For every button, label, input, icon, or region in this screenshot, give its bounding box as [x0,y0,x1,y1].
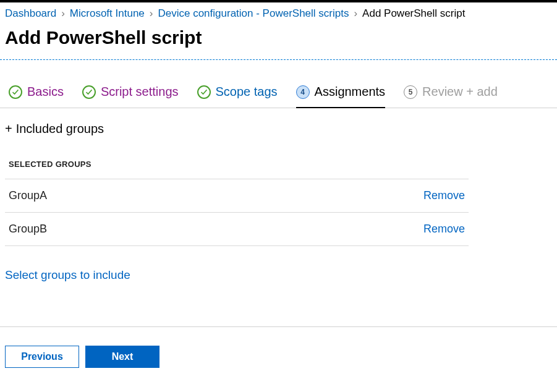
footer-actions: Previous Next [0,327,557,381]
group-name: GroupA [9,189,47,202]
table-row: GroupA Remove [5,179,469,213]
step-number-icon: 4 [296,85,310,99]
included-groups-toggle[interactable]: + Included groups [5,122,552,136]
tab-label: Review + add [422,85,498,99]
tab-script-settings[interactable]: Script settings [82,85,179,108]
tab-scope-tags[interactable]: Scope tags [197,85,278,108]
table-row: GroupB Remove [5,213,469,246]
check-icon [197,85,211,99]
group-name: GroupB [9,223,47,236]
breadcrumb-device-config[interactable]: Device configuration - PowerShell script… [158,7,349,20]
breadcrumb: Dashboard › Microsoft Intune › Device co… [0,2,557,23]
selected-groups-table: GroupA Remove GroupB Remove [5,179,469,246]
next-button[interactable]: Next [85,346,159,368]
chevron-right-icon: › [145,7,158,20]
select-groups-link[interactable]: Select groups to include [5,246,552,282]
check-icon [82,85,96,99]
plus-icon: + [5,122,12,136]
tab-label: Assignments [315,85,386,99]
tab-assignments[interactable]: 4 Assignments [296,85,386,108]
chevron-right-icon: › [349,7,362,20]
remove-link[interactable]: Remove [423,223,465,236]
previous-button[interactable]: Previous [5,346,79,368]
wizard-tabs: Basics Script settings Scope tags 4 Assi… [0,60,557,108]
assignments-panel: + Included groups SELECTED GROUPS GroupA… [0,108,557,282]
check-icon [9,85,22,99]
tab-basics[interactable]: Basics [9,85,64,108]
chevron-right-icon: › [56,7,70,20]
selected-groups-header: SELECTED GROUPS [5,136,552,179]
tab-label: Script settings [101,85,179,99]
tab-label: Basics [27,85,64,99]
remove-link[interactable]: Remove [423,189,465,202]
breadcrumb-intune[interactable]: Microsoft Intune [70,7,145,20]
breadcrumb-dashboard[interactable]: Dashboard [5,7,56,20]
page-title: Add PowerShell script [0,23,557,59]
tab-label: Scope tags [216,85,278,99]
step-number-icon: 5 [404,85,417,99]
breadcrumb-current: Add PowerShell script [362,7,465,20]
tab-review-add: 5 Review + add [404,85,498,108]
included-groups-label: Included groups [16,122,104,136]
